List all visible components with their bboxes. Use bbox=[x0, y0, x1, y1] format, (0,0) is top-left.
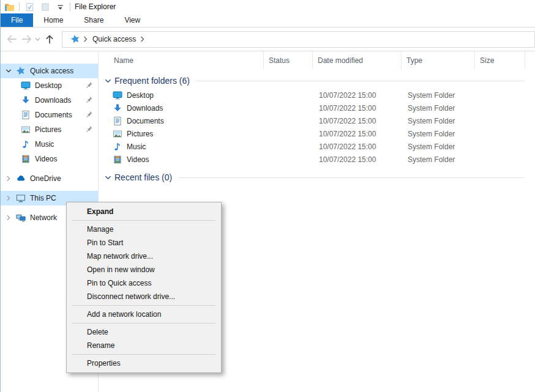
documents-icon bbox=[113, 116, 122, 126]
menu-item-expand[interactable]: Expand bbox=[67, 205, 221, 218]
recent-locations-dropdown-icon[interactable] bbox=[34, 31, 42, 47]
date-modified-cell: 10/07/2022 15:00 bbox=[313, 130, 402, 138]
properties-check-icon[interactable] bbox=[24, 1, 35, 12]
sidebar-item-quick-access[interactable]: Quick access bbox=[1, 64, 98, 78]
sidebar-item-desktop[interactable]: Desktop bbox=[1, 78, 98, 93]
chevron-down-icon[interactable] bbox=[4, 68, 12, 74]
navigation-toolbar: Quick access bbox=[1, 28, 535, 51]
column-header-size[interactable]: Size bbox=[475, 51, 525, 69]
sidebar-item-label: OneDrive bbox=[30, 174, 61, 183]
sidebar-item-downloads[interactable]: Downloads bbox=[1, 93, 98, 108]
quick-access-star-icon bbox=[70, 34, 80, 44]
chevron-right-icon[interactable] bbox=[4, 176, 12, 182]
menu-item-manage[interactable]: Manage bbox=[67, 223, 221, 236]
up-button[interactable] bbox=[42, 31, 58, 47]
menu-item-delete[interactable]: Delete bbox=[67, 325, 221, 339]
column-header-date-modified[interactable]: Date modified bbox=[313, 51, 402, 69]
pin-icon bbox=[85, 110, 94, 119]
menu-separator bbox=[72, 305, 215, 306]
sidebar-item-label: Music bbox=[35, 140, 54, 149]
music-icon bbox=[21, 139, 31, 149]
address-bar[interactable]: Quick access bbox=[62, 31, 535, 48]
group-header-frequent-folders-6[interactable]: Frequent folders (6) bbox=[99, 74, 535, 87]
date-modified-cell: 10/07/2022 15:00 bbox=[313, 155, 402, 164]
documents-icon bbox=[21, 110, 31, 120]
column-header-type[interactable]: Type bbox=[402, 51, 475, 69]
breadcrumb-quick-access[interactable]: Quick access bbox=[91, 35, 137, 43]
file-name: Music bbox=[127, 142, 146, 151]
qat-dropdown-icon[interactable] bbox=[54, 1, 65, 12]
file-name: Documents bbox=[127, 117, 164, 125]
date-modified-cell: 10/07/2022 15:00 bbox=[313, 104, 402, 113]
explorer-logo-icon bbox=[4, 1, 15, 12]
pin-icon bbox=[85, 125, 94, 133]
file-row-music[interactable]: Music10/07/2022 15:00System Folder bbox=[99, 140, 535, 153]
file-row-downloads[interactable]: Downloads10/07/2022 15:00System Folder bbox=[99, 102, 535, 114]
menu-separator bbox=[72, 220, 215, 221]
downloads-icon bbox=[21, 95, 31, 105]
sidebar-item-label: Videos bbox=[35, 155, 57, 163]
pictures-icon bbox=[113, 129, 122, 139]
breadcrumb-chevron-icon[interactable] bbox=[83, 36, 88, 42]
sidebar-item-pictures[interactable]: Pictures bbox=[1, 122, 98, 137]
type-cell: System Folder bbox=[402, 155, 475, 164]
file-list: Frequent folders (6)Desktop10/07/2022 15… bbox=[99, 74, 535, 184]
file-row-videos[interactable]: Videos10/07/2022 15:00System Folder bbox=[99, 153, 535, 166]
menu-item-disconnect-network-drive[interactable]: Disconnect network drive... bbox=[67, 290, 221, 303]
ribbon-tabs: FileHomeShareView bbox=[1, 13, 535, 28]
column-header-status[interactable]: Status bbox=[264, 51, 313, 69]
group-chevron-down-icon[interactable] bbox=[105, 174, 112, 181]
file-name: Downloads bbox=[127, 104, 163, 113]
menu-item-properties[interactable]: Properties bbox=[67, 357, 221, 370]
file-row-desktop[interactable]: Desktop10/07/2022 15:00System Folder bbox=[99, 89, 535, 102]
date-modified-cell: 10/07/2022 15:00 bbox=[313, 142, 402, 151]
menu-item-add-a-network-location[interactable]: Add a network location bbox=[67, 308, 221, 321]
sidebar-item-videos[interactable]: Videos bbox=[1, 152, 98, 166]
date-modified-cell: 10/07/2022 15:00 bbox=[313, 91, 402, 100]
menu-item-map-network-drive[interactable]: Map network drive... bbox=[67, 250, 221, 263]
ribbon-tab-share[interactable]: Share bbox=[73, 13, 114, 27]
file-row-documents[interactable]: Documents10/07/2022 15:00System Folder bbox=[99, 114, 535, 127]
group-header-recent-files-0[interactable]: Recent files (0) bbox=[99, 171, 535, 184]
group-title: Recent files (0) bbox=[114, 172, 172, 182]
pin-icon bbox=[85, 81, 94, 89]
chevron-right-icon[interactable] bbox=[4, 195, 12, 201]
new-folder-icon[interactable] bbox=[39, 1, 50, 12]
group-divider-line bbox=[178, 177, 525, 178]
column-headers: NameStatusDate modifiedTypeSize bbox=[99, 51, 535, 69]
sidebar-item-label: Documents bbox=[35, 111, 72, 119]
menu-item-pin-to-quick-access[interactable]: Pin to Quick access bbox=[67, 276, 221, 290]
forward-button[interactable] bbox=[19, 31, 34, 47]
window-title: File Explorer bbox=[75, 2, 116, 11]
menu-item-pin-to-start[interactable]: Pin to Start bbox=[67, 236, 221, 250]
chevron-right-icon[interactable] bbox=[4, 215, 12, 221]
menu-item-rename[interactable]: Rename bbox=[67, 339, 221, 352]
sidebar-item-music[interactable]: Music bbox=[1, 137, 98, 152]
sidebar-item-onedrive[interactable]: OneDrive bbox=[1, 171, 98, 186]
group-divider-line bbox=[196, 81, 525, 81]
type-cell: System Folder bbox=[402, 104, 475, 113]
videos-icon bbox=[21, 154, 31, 164]
name-cell: Desktop bbox=[99, 91, 264, 100]
sidebar-item-label: Downloads bbox=[35, 96, 71, 105]
videos-icon bbox=[113, 155, 122, 165]
sidebar-item-documents[interactable]: Documents bbox=[1, 108, 98, 122]
ribbon-tab-home[interactable]: Home bbox=[33, 13, 73, 27]
titlebar-divider bbox=[19, 2, 20, 11]
date-modified-cell: 10/07/2022 15:00 bbox=[313, 117, 402, 125]
file-row-pictures[interactable]: Pictures10/07/2022 15:00System Folder bbox=[99, 127, 535, 140]
name-cell: Videos bbox=[99, 155, 264, 165]
type-cell: System Folder bbox=[402, 91, 475, 100]
group-chevron-down-icon[interactable] bbox=[105, 78, 112, 84]
this-pc-icon bbox=[16, 193, 26, 203]
ribbon-tab-view[interactable]: View bbox=[114, 13, 151, 27]
sidebar-item-label: Network bbox=[30, 213, 57, 222]
menu-item-open-in-new-window[interactable]: Open in new window bbox=[67, 263, 221, 276]
group-title: Frequent folders (6) bbox=[114, 76, 190, 86]
ribbon-tab-file[interactable]: File bbox=[1, 13, 33, 27]
type-cell: System Folder bbox=[402, 130, 475, 138]
back-button[interactable] bbox=[4, 31, 19, 47]
breadcrumb-chevron-icon[interactable] bbox=[140, 36, 145, 42]
desktop-icon bbox=[113, 91, 122, 100]
column-header-name[interactable]: Name bbox=[99, 51, 264, 69]
